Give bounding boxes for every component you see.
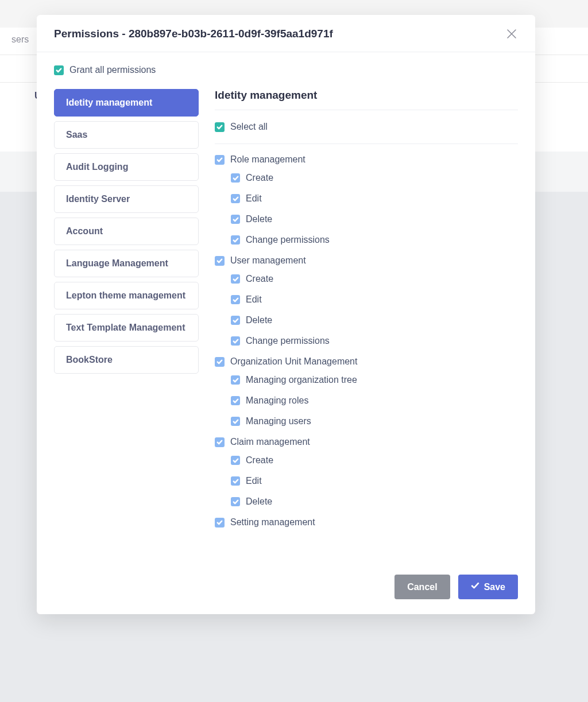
permission-checkbox[interactable] (231, 476, 240, 486)
permissions-modal: Permissions - 280b897e-b03b-2611-0d9f-39… (37, 15, 535, 614)
select-all-label: Select all (230, 122, 268, 132)
permission-checkbox[interactable] (215, 256, 225, 266)
permission-label: Managing organization tree (246, 375, 357, 385)
grant-all-row[interactable]: Grant all permissions (54, 65, 518, 75)
permission-child-row[interactable]: Edit (215, 193, 518, 204)
permission-child-row[interactable]: Edit (215, 294, 518, 305)
check-icon (471, 581, 479, 592)
select-all-row[interactable]: Select all (215, 122, 518, 144)
permission-checkbox[interactable] (231, 235, 240, 245)
permission-label: Change permissions (246, 336, 330, 346)
cancel-button[interactable]: Cancel (394, 575, 450, 599)
permission-child-row[interactable]: Managing users (215, 416, 518, 426)
permission-label: Create (246, 455, 273, 466)
permission-child-row[interactable]: Delete (215, 497, 518, 507)
permission-group-row[interactable]: Setting management (215, 517, 518, 528)
permission-child-row[interactable]: Create (215, 455, 518, 466)
tab-list: Idetity managementSaasAudit LoggingIdent… (54, 89, 199, 378)
modal-body: Grant all permissions Idetity management… (37, 52, 535, 564)
permission-label: Setting management (230, 517, 315, 528)
tab-idetity-management[interactable]: Idetity management (54, 89, 199, 117)
permission-checkbox[interactable] (215, 518, 225, 528)
permission-label: User management (230, 255, 306, 266)
tab-saas[interactable]: Saas (54, 121, 199, 149)
permission-label: Edit (246, 193, 262, 204)
permission-child-row[interactable]: Edit (215, 476, 518, 486)
save-button[interactable]: Save (458, 575, 518, 599)
permission-checkbox[interactable] (231, 375, 240, 385)
permission-label: Managing roles (246, 395, 308, 406)
permission-label: Create (246, 274, 273, 284)
permission-child-row[interactable]: Managing roles (215, 395, 518, 406)
tab-audit-logging[interactable]: Audit Logging (54, 153, 199, 181)
permission-checkbox[interactable] (231, 456, 240, 465)
panel-title: Idetity management (215, 89, 518, 110)
permission-checkbox[interactable] (231, 173, 240, 183)
grant-all-label: Grant all permissions (69, 65, 156, 75)
permission-checkbox[interactable] (231, 417, 240, 426)
tab-text-template-management[interactable]: Text Template Management (54, 314, 199, 342)
permission-label: Change permissions (246, 235, 330, 245)
permission-label: Delete (246, 214, 272, 224)
permission-group-row[interactable]: User management (215, 255, 518, 266)
permission-label: Delete (246, 315, 272, 325)
tab-bookstore[interactable]: BookStore (54, 346, 199, 374)
permission-label: Organization Unit Management (230, 356, 357, 367)
permission-checkbox[interactable] (231, 336, 240, 346)
permission-child-row[interactable]: Change permissions (215, 235, 518, 245)
permission-child-row[interactable]: Delete (215, 214, 518, 224)
permission-label: Claim management (230, 437, 310, 447)
permission-panel: Idetity management Select all Role manag… (215, 89, 518, 536)
permission-label: Create (246, 173, 273, 183)
permission-checkbox[interactable] (215, 437, 225, 447)
permission-group-row[interactable]: Claim management (215, 437, 518, 447)
permission-child-row[interactable]: Create (215, 274, 518, 284)
permission-child-row[interactable]: Create (215, 173, 518, 183)
permission-label: Edit (246, 476, 262, 486)
tab-identity-server[interactable]: Identity Server (54, 185, 199, 213)
tab-account[interactable]: Account (54, 218, 199, 245)
permission-group-row[interactable]: Role management (215, 154, 518, 165)
columns: Idetity managementSaasAudit LoggingIdent… (54, 89, 518, 536)
permission-child-row[interactable]: Delete (215, 315, 518, 325)
permission-checkbox[interactable] (231, 316, 240, 325)
permission-checkbox[interactable] (215, 357, 225, 367)
modal-header: Permissions - 280b897e-b03b-2611-0d9f-39… (37, 15, 535, 52)
permission-checkbox[interactable] (231, 497, 240, 506)
modal-footer: Cancel Save (37, 564, 535, 614)
tab-lepton-theme-management[interactable]: Lepton theme management (54, 282, 199, 309)
close-icon[interactable] (505, 28, 518, 40)
tab-language-management[interactable]: Language Management (54, 250, 199, 277)
select-all-checkbox[interactable] (215, 122, 225, 132)
permission-child-row[interactable]: Change permissions (215, 336, 518, 346)
grant-all-checkbox[interactable] (54, 65, 64, 75)
permission-checkbox[interactable] (231, 194, 240, 203)
permission-checkbox[interactable] (231, 274, 240, 284)
permission-label: Managing users (246, 416, 311, 426)
permission-checkbox[interactable] (231, 295, 240, 304)
permission-child-row[interactable]: Managing organization tree (215, 375, 518, 385)
permission-checkbox[interactable] (215, 155, 225, 165)
permission-label: Role management (230, 154, 305, 165)
permission-group-row[interactable]: Organization Unit Management (215, 356, 518, 367)
permission-label: Delete (246, 497, 272, 507)
permission-tree: Role managementCreateEditDeleteChange pe… (215, 154, 518, 528)
permission-checkbox[interactable] (231, 396, 240, 405)
modal-title: Permissions - 280b897e-b03b-2611-0d9f-39… (54, 28, 333, 40)
permission-checkbox[interactable] (231, 215, 240, 224)
permission-label: Edit (246, 294, 262, 305)
